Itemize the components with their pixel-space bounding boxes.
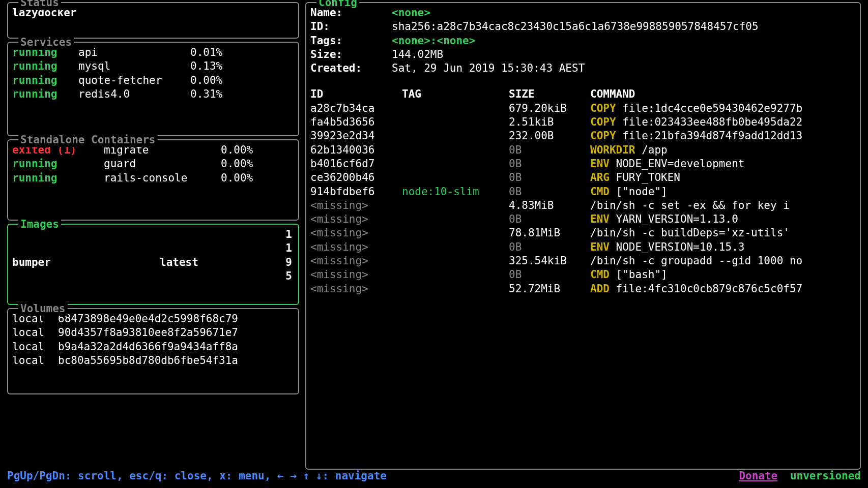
standalone-panel[interactable]: Standalone Containers exited (1)migrate0…: [7, 139, 299, 221]
layer-row[interactable]: 39923e2d34232.00BCOPY file:21bfa394d874f…: [310, 129, 856, 143]
layer-cmd: ENV NODE_VERSION=10.15.3: [590, 240, 856, 254]
version-text: unversioned: [790, 470, 861, 482]
container-pct: 0.00%: [221, 143, 262, 157]
layer-id: <missing>: [310, 199, 402, 212]
services-title: Services: [18, 36, 74, 49]
service-state: running: [12, 87, 78, 101]
layer-tag: [402, 102, 509, 115]
image-count: 1: [277, 228, 292, 241]
layer-row[interactable]: <missing>0BENV YARN_VERSION=1.13.0: [310, 212, 856, 226]
image-tag: [160, 241, 277, 255]
layer-size: 0B: [509, 171, 590, 185]
volume-driver: local: [12, 354, 58, 368]
config-value: sha256:a28c7b34cac8c23430c15a6c1a6738e99…: [392, 20, 759, 34]
layer-size: 232.00B: [509, 129, 590, 143]
container-row[interactable]: runningguard0.00%: [12, 157, 294, 171]
layer-tag: node:10-slim: [402, 185, 509, 199]
config-value: Sat, 29 Jun 2019 15:30:43 AEST: [392, 62, 585, 75]
container-state: running: [12, 157, 104, 171]
images-title: Images: [18, 218, 61, 231]
donate-link[interactable]: Donate: [739, 470, 777, 482]
image-row[interactable]: 5: [12, 269, 294, 283]
layer-id: 914bfdbef6: [310, 185, 402, 199]
layer-id: <missing>: [310, 254, 402, 268]
service-state: running: [12, 59, 78, 73]
layer-row[interactable]: 62b13400360BWORKDIR /app: [310, 143, 856, 157]
container-pct: 0.00%: [221, 171, 262, 185]
layer-row[interactable]: <missing>0BENV NODE_VERSION=10.15.3: [310, 240, 856, 254]
status-panel[interactable]: Status lazydocker: [7, 2, 299, 39]
layer-row[interactable]: <missing>0BCMD ["bash"]: [310, 268, 856, 282]
layer-id: <missing>: [310, 282, 402, 296]
volume-row[interactable]: local90d4357f8a93810ee8f2a59671e7: [12, 326, 294, 340]
layer-tag: [402, 212, 509, 226]
layer-size: 679.20kiB: [509, 102, 590, 115]
layer-row[interactable]: fa4b5d36562.51kiBCOPY file:023433ee488fb…: [310, 115, 856, 129]
service-pct: 0.00%: [190, 74, 231, 87]
layer-tag: [402, 143, 509, 157]
layer-size: 0B: [509, 157, 590, 171]
layer-tag: [402, 171, 509, 185]
service-row[interactable]: runningmysql0.13%: [12, 59, 294, 73]
volume-row[interactable]: localbc80a55695b8d780db6fbe54f31a: [12, 354, 294, 368]
layer-cmd: ENV NODE_ENV=development: [590, 157, 856, 171]
layer-row[interactable]: <missing>325.54kiB/bin/sh -c groupadd --…: [310, 254, 856, 268]
layer-cmd: ADD file:4fc310c0cb879c876c5c0f57: [590, 282, 856, 296]
volumes-panel[interactable]: Volumes local68473898e49e0e4d2c5998f68c7…: [7, 308, 299, 394]
layer-row[interactable]: <missing>78.81MiB/bin/sh -c buildDeps='x…: [310, 226, 856, 240]
volume-id: bc80a55695b8d780db6fbe54f31a: [58, 354, 294, 368]
status-title: Status: [18, 0, 61, 10]
layer-tag: [402, 129, 509, 143]
image-tag: [160, 228, 277, 241]
services-panel[interactable]: Services runningapi0.01%runningmysql0.13…: [7, 42, 299, 136]
layer-tag: [402, 282, 509, 296]
image-row[interactable]: 1: [12, 241, 294, 255]
layer-size: 52.72MiB: [509, 282, 590, 296]
layer-id: a28c7b34ca: [310, 102, 402, 115]
image-tag: latest: [160, 256, 277, 269]
layer-tag: [402, 115, 509, 129]
layer-size: 78.81MiB: [509, 226, 590, 240]
config-kv-row: Created:Sat, 29 Jun 2019 15:30:43 AEST: [310, 62, 856, 75]
config-value: 144.02MB: [392, 48, 443, 62]
layer-id: ce36200b46: [310, 171, 402, 185]
config-key: Created:: [310, 62, 392, 75]
layer-size: 0B: [509, 240, 590, 254]
image-count: 1: [277, 241, 292, 255]
layer-row[interactable]: <missing>4.83MiB/bin/sh -c set -ex && fo…: [310, 199, 856, 212]
layer-row[interactable]: <missing>52.72MiBADD file:4fc310c0cb879c…: [310, 282, 856, 296]
service-row[interactable]: runningredis4.00.31%: [12, 87, 294, 101]
config-key: Tags:: [310, 34, 392, 48]
service-pct: 0.13%: [190, 59, 231, 73]
layer-id: 62b1340036: [310, 143, 402, 157]
layer-id: <missing>: [310, 226, 402, 240]
volume-row[interactable]: localb9a4a32a2d4d6366f9a9434aff8a: [12, 340, 294, 354]
image-name: [12, 269, 160, 283]
layer-tag: [402, 226, 509, 240]
layer-row[interactable]: a28c7b34ca679.20kiBCOPY file:1dc4cce0e59…: [310, 102, 856, 115]
layer-row[interactable]: ce36200b460BARG FURY_TOKEN: [310, 171, 856, 185]
layer-size: 2.51kiB: [509, 115, 590, 129]
service-name: redis4.0: [78, 87, 190, 101]
layer-tag: [402, 157, 509, 171]
layer-cmd: ENV YARN_VERSION=1.13.0: [590, 212, 856, 226]
images-panel[interactable]: Images 11bumperlatest95: [7, 224, 299, 305]
image-count: 9: [277, 256, 292, 269]
layer-row[interactable]: b4016cf6d70BENV NODE_ENV=development: [310, 157, 856, 171]
service-name: mysql: [78, 59, 190, 73]
layer-size: 0B: [509, 185, 590, 199]
layers-col-id: ID: [310, 87, 402, 101]
layer-size: 0B: [509, 143, 590, 157]
service-row[interactable]: runningquote-fetcher0.00%: [12, 74, 294, 87]
layers-col-tag: TAG: [402, 87, 509, 101]
layer-tag: [402, 254, 509, 268]
volume-id: b9a4a32a2d4d6366f9a9434aff8a: [58, 340, 294, 354]
image-row[interactable]: bumperlatest9: [12, 256, 294, 269]
config-panel[interactable]: Config Name:<none>ID:sha256:a28c7b34cac8…: [305, 2, 861, 470]
container-row[interactable]: runningrails-console0.00%: [12, 171, 294, 185]
layer-tag: [402, 268, 509, 282]
layer-row[interactable]: 914bfdbef6node:10-slim0BCMD ["node"]: [310, 185, 856, 199]
layer-id: b4016cf6d7: [310, 157, 402, 171]
volumes-title: Volumes: [18, 302, 68, 316]
container-name: rails-console: [104, 171, 221, 185]
